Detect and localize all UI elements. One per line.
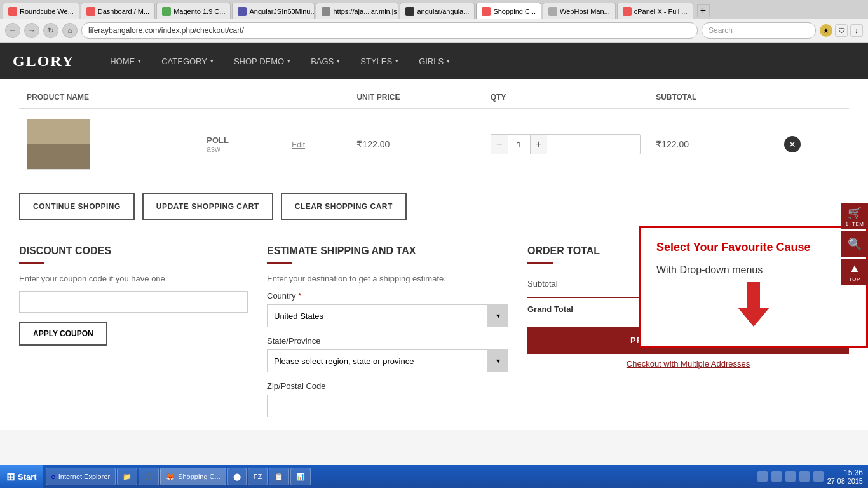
nav-bags[interactable]: BAGS ▾ xyxy=(301,43,350,79)
svg-marker-0 xyxy=(738,282,770,327)
country-select-wrap: United States ▾ xyxy=(267,304,508,327)
col-qty: QTY xyxy=(483,86,648,109)
browser-search-placeholder: Search xyxy=(709,26,733,35)
tab-icon xyxy=(238,7,247,16)
styles-chevron-icon: ▾ xyxy=(395,58,398,64)
order-total-underline xyxy=(527,262,553,264)
clear-cart-button[interactable]: CLEAR SHOPPING CART xyxy=(281,193,407,220)
apply-coupon-button[interactable]: APPLY COUPON xyxy=(19,322,107,346)
popup-body: With Drop-down menus xyxy=(656,264,851,276)
tab-icon xyxy=(482,7,491,16)
qty-control: − + xyxy=(491,134,641,154)
shipping-underline xyxy=(267,262,292,264)
tab-icon xyxy=(86,7,95,16)
product-name: POLL xyxy=(207,135,276,145)
site-logo: GLORY xyxy=(13,53,74,70)
new-tab-button[interactable]: + xyxy=(697,4,710,17)
discount-title: DISCOUNT CODES xyxy=(19,245,248,257)
qty-decrease-button[interactable]: − xyxy=(491,135,508,154)
country-select[interactable]: United States xyxy=(267,304,508,327)
nav-home[interactable]: HOME ▾ xyxy=(100,43,151,79)
tab-label: Magento 1.9 C... xyxy=(173,8,225,15)
col-product-name: PRODUCT NAME xyxy=(19,86,349,109)
subtotal-value: ₹122.00 xyxy=(656,139,689,149)
address-bar[interactable]: liferaybangalore.com/index.php/checkout/… xyxy=(81,22,698,39)
nav-styles[interactable]: STYLES ▾ xyxy=(350,43,409,79)
floating-buttons: 🛒 1 ITEM 🔍 ▲ TOP xyxy=(841,203,868,285)
tab-label: angular/angula... xyxy=(417,8,469,15)
zip-label: Zip/Postal Code xyxy=(267,381,508,391)
tab-icon xyxy=(548,7,557,16)
table-row: POLL asw Edit ₹122.00 − + xyxy=(19,109,849,180)
tab-dashboard[interactable]: Dashboard / M... xyxy=(81,3,155,19)
nav-girls[interactable]: GIRLS ▾ xyxy=(409,43,460,79)
product-photo xyxy=(27,119,90,169)
download-icon[interactable]: ↓ xyxy=(850,24,863,37)
back-button[interactable]: ← xyxy=(5,23,20,38)
product-subtitle: asw xyxy=(207,145,276,154)
tab-shopping-cart[interactable]: Shopping C... xyxy=(476,3,541,19)
edit-link[interactable]: Edit xyxy=(292,140,305,149)
search-float-button[interactable]: 🔍 xyxy=(841,231,868,257)
qty-cell: − + xyxy=(483,109,648,180)
nav-category[interactable]: CATEGORY ▾ xyxy=(151,43,224,79)
bags-chevron-icon: ▾ xyxy=(337,58,340,64)
product-name-cell: POLL asw xyxy=(199,109,284,180)
qty-input[interactable] xyxy=(508,135,531,154)
tab-angular[interactable]: angular/angula... xyxy=(400,3,475,19)
browser-tabs: Roundcube We... Dashboard / M... Magento… xyxy=(0,0,868,19)
col-unit-price: UNIT PRICE xyxy=(349,86,482,109)
multi-address-link[interactable]: Checkout with Multiple Addresses xyxy=(527,359,849,369)
discount-underline xyxy=(19,262,44,264)
tab-icon xyxy=(8,7,17,16)
tab-cpanel[interactable]: cPanel X - Full ... xyxy=(617,3,693,19)
tab-magento[interactable]: Magento 1.9 C... xyxy=(156,3,231,19)
tab-roundcube[interactable]: Roundcube We... xyxy=(3,3,79,19)
top-float-button[interactable]: ▲ TOP xyxy=(841,259,868,285)
country-label: Country * xyxy=(267,291,508,301)
remove-item-button[interactable]: ✕ xyxy=(784,136,801,152)
tab-angularjs[interactable]: AngularJSIn60Minu... xyxy=(232,3,315,19)
tab-icon xyxy=(162,7,171,16)
cart-float-icon: 🛒 xyxy=(848,206,862,220)
tab-label: Roundcube We... xyxy=(20,8,74,15)
remove-cell: ✕ xyxy=(776,109,849,180)
nav-bags-label: BAGS xyxy=(311,57,334,66)
nav-shop-demo[interactable]: SHOP DEMO ▾ xyxy=(224,43,301,79)
tab-icon xyxy=(322,7,330,16)
tab-webhost[interactable]: WebHost Man... xyxy=(543,3,616,19)
tab-label: https://aja...lar.min.js xyxy=(333,8,397,15)
product-image-cell xyxy=(19,109,199,180)
tab-icon xyxy=(405,7,414,16)
grand-total-label: Grand Total xyxy=(527,304,573,314)
shipping-title: ESTIMATE SHIPPING AND TAX xyxy=(267,245,508,257)
subtotal-label: Subtotal xyxy=(527,279,558,288)
cart-table: PRODUCT NAME UNIT PRICE QTY SUBTOTAL xyxy=(19,86,849,180)
zip-input[interactable] xyxy=(267,395,508,417)
state-select[interactable]: Please select region, state or province xyxy=(267,349,508,372)
col-subtotal: SUBTOTAL xyxy=(648,86,776,109)
reload-button[interactable]: ↻ xyxy=(43,23,58,38)
tab-label: Shopping C... xyxy=(493,8,536,15)
nav-styles-label: STYLES xyxy=(360,57,392,66)
continue-shopping-button[interactable]: CONTINUE SHOPPING xyxy=(19,193,135,220)
bookmark-icon[interactable]: ★ xyxy=(820,24,832,37)
browser-addressbar: ← → ↻ ⌂ liferaybangalore.com/index.php/c… xyxy=(0,19,868,42)
update-cart-button[interactable]: UPDATE SHOPPING CART xyxy=(142,193,273,220)
category-chevron-icon: ▾ xyxy=(210,58,214,64)
shop-demo-chevron-icon: ▾ xyxy=(287,58,290,64)
tab-label: cPanel X - Full ... xyxy=(634,8,688,15)
popup-arrow-icon xyxy=(728,282,779,333)
qty-increase-button[interactable]: + xyxy=(531,135,547,154)
address-text: liferaybangalore.com/index.php/checkout/… xyxy=(88,26,244,35)
cart-float-button[interactable]: 🛒 1 ITEM xyxy=(841,203,868,229)
browser-search-bar[interactable]: Search xyxy=(702,22,816,39)
forward-button[interactable]: → xyxy=(24,23,39,38)
top-float-arrow-icon: ▲ xyxy=(849,262,860,275)
discount-section: DISCOUNT CODES Enter your coupon code if… xyxy=(19,245,248,417)
shield-icon[interactable]: 🛡 xyxy=(835,24,848,37)
home-button[interactable]: ⌂ xyxy=(62,23,78,38)
coupon-input[interactable] xyxy=(19,291,248,313)
tab-ajax[interactable]: https://aja...lar.min.js xyxy=(316,3,398,19)
shipping-description: Enter your destination to get a shipping… xyxy=(267,274,508,283)
